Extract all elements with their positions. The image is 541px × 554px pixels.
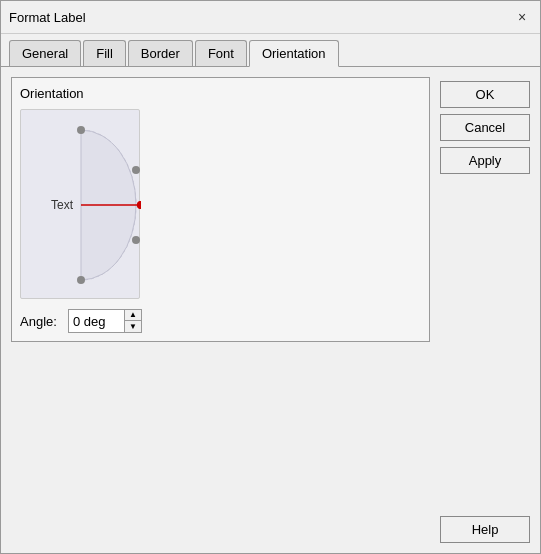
help-button[interactable]: Help <box>440 516 530 543</box>
close-button[interactable]: × <box>512 7 532 27</box>
angle-input[interactable] <box>69 312 124 331</box>
tab-border[interactable]: Border <box>128 40 193 66</box>
ok-button[interactable]: OK <box>440 81 530 108</box>
angle-input-wrapper: ▲ ▼ <box>68 309 142 333</box>
orientation-group-label: Orientation <box>20 86 421 101</box>
angle-label: Angle: <box>20 314 60 329</box>
tab-fill[interactable]: Fill <box>83 40 126 66</box>
dialog-title: Format Label <box>9 10 86 25</box>
dot-upper-right <box>132 166 140 174</box>
tab-font[interactable]: Font <box>195 40 247 66</box>
title-bar: Format Label × <box>1 1 540 34</box>
tabs-row: General Fill Border Font Orientation <box>1 34 540 67</box>
spin-buttons: ▲ ▼ <box>124 310 141 332</box>
text-label: Text <box>51 198 74 212</box>
dot-lower-right <box>132 236 140 244</box>
needle-end-dot <box>137 201 141 209</box>
tab-general[interactable]: General <box>9 40 81 66</box>
orientation-dial[interactable]: Text <box>20 109 140 299</box>
dial-svg: Text <box>21 110 141 300</box>
angle-decrement-button[interactable]: ▼ <box>125 321 141 332</box>
right-panel: OK Cancel Apply Help <box>440 77 530 543</box>
apply-button[interactable]: Apply <box>440 147 530 174</box>
content-area: Orientation <box>1 67 540 553</box>
tab-orientation[interactable]: Orientation <box>249 40 339 67</box>
angle-row: Angle: ▲ ▼ <box>20 309 421 333</box>
orientation-group: Orientation <box>11 77 430 342</box>
left-panel: Orientation <box>11 77 430 543</box>
format-label-dialog: Format Label × General Fill Border Font … <box>0 0 541 554</box>
dot-bottom <box>77 276 85 284</box>
angle-increment-button[interactable]: ▲ <box>125 310 141 321</box>
cancel-button[interactable]: Cancel <box>440 114 530 141</box>
dot-top <box>77 126 85 134</box>
